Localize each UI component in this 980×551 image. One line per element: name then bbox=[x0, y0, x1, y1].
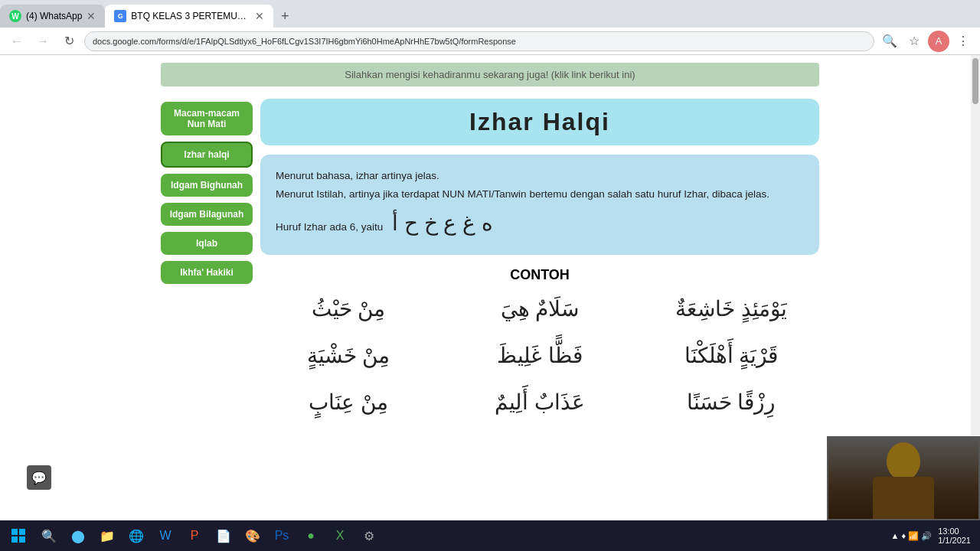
taskbar-chrome[interactable]: ● bbox=[297, 522, 325, 549]
windows-logo bbox=[11, 528, 26, 543]
taskbar-time: ▲ ♦ 📶 🔊 bbox=[891, 531, 933, 541]
main-content: Macam-macam Nun Mati Izhar halqi Idgam B… bbox=[161, 99, 819, 419]
taskbar-excel[interactable]: X bbox=[326, 522, 354, 549]
tab-btq[interactable]: G BTQ KELAS 3 PERTEMUAN 1 ✕ bbox=[105, 5, 273, 28]
btq-tab-close[interactable]: ✕ bbox=[255, 10, 264, 22]
example-6: قَرْيَةٍ أَهْلَكْنَا bbox=[643, 339, 819, 373]
taskbar-settings[interactable]: ⚙ bbox=[355, 522, 383, 549]
desc-line3-prefix: Huruf Izhar ada 6, yaitu bbox=[276, 221, 383, 233]
menu-icon[interactable]: ⋮ bbox=[952, 31, 974, 52]
taskbar-photoshop[interactable]: Ps bbox=[268, 522, 296, 549]
taskbar-pdf[interactable]: 📄 bbox=[210, 522, 237, 549]
svg-rect-5 bbox=[11, 536, 18, 543]
svg-rect-2 bbox=[873, 477, 934, 519]
taskbar-cortana[interactable]: ⬤ bbox=[64, 522, 92, 549]
title-box: Izhar Halqi bbox=[260, 99, 819, 145]
url-bar[interactable]: docs.google.com/forms/d/e/1FAlpQLSdtlyx6… bbox=[84, 31, 874, 51]
example-7: مِنْ عِنَابٍ bbox=[260, 386, 436, 420]
arabic-chars: ه غ ع خ ح أ bbox=[392, 211, 493, 235]
sidebar-btn-iqlab[interactable]: Iqlab bbox=[161, 232, 253, 255]
taskbar-powerpoint[interactable]: P bbox=[181, 522, 208, 549]
btq-tab-title: BTQ KELAS 3 PERTEMUAN 1 bbox=[131, 11, 250, 21]
desc-line3: Huruf Izhar ada 6, yaitu ه غ ع خ ح أ bbox=[276, 204, 804, 243]
svg-rect-4 bbox=[19, 529, 25, 535]
taskbar: 🔍 ⬤ 📁 🌐 W P 📄 🎨 Ps ● X ⚙ ▲ ♦ 📶 🔊 13:001/… bbox=[0, 520, 980, 551]
refresh-button[interactable]: ↻ bbox=[58, 31, 80, 52]
taskbar-paint[interactable]: 🎨 bbox=[239, 522, 266, 549]
start-button[interactable] bbox=[3, 522, 34, 549]
url-text: docs.google.com/forms/d/e/1FAlpQLSdtlyx6… bbox=[93, 37, 866, 46]
chat-bubble-button[interactable]: 💬 bbox=[27, 465, 51, 490]
search-icon[interactable]: 🔍 bbox=[879, 31, 900, 52]
description-box: Menurut bahasa, izhar artinya jelas. Men… bbox=[260, 155, 819, 255]
tab-whatsapp[interactable]: W (4) WhatsApp ✕ bbox=[0, 5, 105, 28]
whatsapp-favicon: W bbox=[9, 10, 21, 22]
example-9: رِزْقًا حَسَنًا bbox=[643, 386, 819, 420]
svg-rect-6 bbox=[19, 536, 25, 543]
sidebar-btn-izhar[interactable]: Izhar halqi bbox=[161, 142, 253, 168]
tab-bar: W (4) WhatsApp ✕ G BTQ KELAS 3 PERTEMUAN… bbox=[0, 0, 980, 28]
sidebar: Macam-macam Nun Mati Izhar halqi Idgam B… bbox=[161, 99, 253, 419]
taskbar-word[interactable]: W bbox=[152, 522, 179, 549]
svg-point-0 bbox=[887, 442, 920, 481]
person-silhouette bbox=[865, 436, 942, 519]
example-2: سَلَامٌ هِيَ bbox=[452, 292, 628, 327]
taskbar-datetime: 13:001/1/2021 bbox=[938, 527, 971, 545]
taskbar-tray: ▲ ♦ 📶 🔊 13:001/1/2021 bbox=[885, 527, 978, 545]
btq-favicon: G bbox=[114, 10, 126, 22]
address-bar: ← → ↻ docs.google.com/forms/d/e/1FAlpQLS… bbox=[0, 28, 980, 55]
profile-icon[interactable]: A bbox=[928, 31, 949, 52]
taskbar-file-explorer[interactable]: 📁 bbox=[93, 522, 121, 549]
whatsapp-tab-close[interactable]: ✕ bbox=[87, 10, 96, 22]
sidebar-btn-idgam-bila[interactable]: Idgam Bilagunah bbox=[161, 203, 253, 226]
desc-line2: Menurut Istilah, artinya jika terdapat N… bbox=[276, 185, 804, 204]
webcam-inner bbox=[828, 438, 978, 519]
toolbar-icons: 🔍 ☆ A ⋮ bbox=[879, 31, 974, 52]
sidebar-btn-idgam-bi[interactable]: Idgam Bighunah bbox=[161, 174, 253, 197]
example-4: مِنْ خَشْيَةٍ bbox=[260, 339, 436, 373]
webcam-overlay bbox=[827, 436, 980, 520]
sidebar-btn-macam[interactable]: Macam-macam Nun Mati bbox=[161, 102, 253, 135]
bookmark-icon[interactable]: ☆ bbox=[903, 31, 925, 52]
svg-rect-3 bbox=[11, 529, 18, 535]
arabic-examples: مِنْ حَيْثُ سَلَامٌ هِيَ يَوْمَئِذٍ خَاش… bbox=[260, 292, 819, 419]
browser-chrome: W (4) WhatsApp ✕ G BTQ KELAS 3 PERTEMUAN… bbox=[0, 0, 980, 55]
example-8: عَذَابٌ أَلِيمٌ bbox=[452, 386, 628, 420]
example-1: مِنْ حَيْثُ bbox=[260, 292, 436, 327]
page-inner: Silahkan mengisi kehadiranmu sekarang ju… bbox=[145, 55, 835, 435]
taskbar-search[interactable]: 🔍 bbox=[35, 522, 63, 549]
example-3: يَوْمَئِذٍ خَاشِعَةٌ bbox=[643, 292, 819, 327]
chat-bubble-icon: 💬 bbox=[31, 471, 47, 485]
top-banner: Silahkan mengisi kehadiranmu sekarang ju… bbox=[161, 63, 819, 86]
webcam-person bbox=[828, 438, 978, 519]
sidebar-btn-ikhfa[interactable]: Ikhfa' Hakiki bbox=[161, 261, 253, 284]
forward-button[interactable]: → bbox=[32, 31, 54, 52]
back-button[interactable]: ← bbox=[6, 31, 28, 52]
taskbar-edge[interactable]: 🌐 bbox=[122, 522, 150, 549]
new-tab-button[interactable]: + bbox=[273, 5, 296, 28]
desc-line1: Menurut bahasa, izhar artinya jelas. bbox=[276, 167, 804, 185]
right-content: Izhar Halqi Menurut bahasa, izhar artiny… bbox=[253, 99, 819, 419]
scrollbar-thumb[interactable] bbox=[972, 58, 978, 104]
example-5: فَظًّا غَلِيظَ bbox=[452, 339, 628, 373]
whatsapp-tab-title: (4) WhatsApp bbox=[26, 11, 82, 21]
contoh-title: CONTOH bbox=[260, 267, 819, 283]
